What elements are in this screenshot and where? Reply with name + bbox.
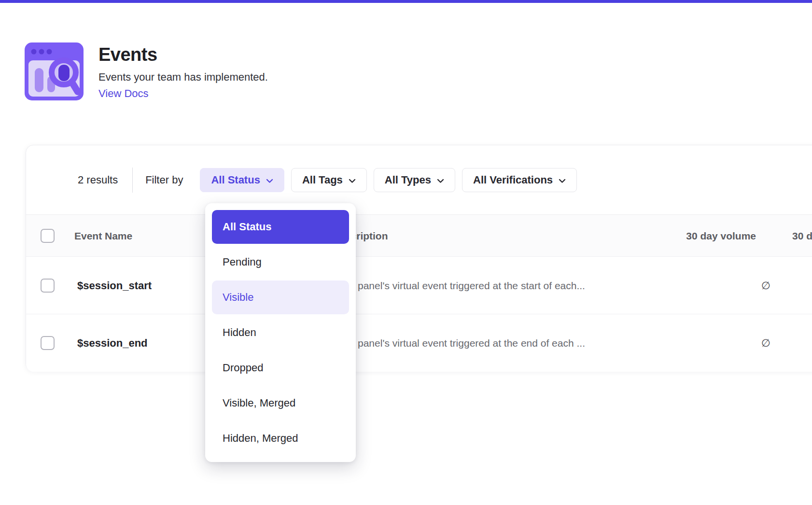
filter-label: All Verifications — [473, 174, 553, 186]
dropdown-item-hidden[interactable]: Hidden — [212, 316, 349, 350]
filter-bar: 2 results Filter by All Status All Tags — [26, 145, 812, 215]
filter-label: All Tags — [302, 174, 343, 186]
select-all-checkbox[interactable] — [41, 229, 55, 243]
row-checkbox[interactable] — [41, 336, 55, 350]
event-volume-cell: ∅ — [702, 314, 770, 372]
column-header-truncated[interactable]: 30 d — [792, 215, 812, 257]
dropdown-item-hidden-merged[interactable]: Hidden, Merged — [212, 421, 349, 455]
events-icon — [25, 42, 84, 100]
events-card: 2 results Filter by All Status All Tags — [26, 145, 812, 371]
event-name-cell[interactable]: $session_start — [77, 257, 152, 314]
dropdown-item-dropped[interactable]: Dropped — [212, 351, 349, 385]
filter-all-status[interactable]: All Status — [200, 168, 284, 192]
filter-all-tags[interactable]: All Tags — [291, 168, 367, 192]
events-page: Events Events your team has implemented.… — [0, 0, 812, 505]
page-subtitle: Events your team has implemented. — [98, 71, 268, 84]
column-header-30-day-volume[interactable]: 30 day volume — [659, 215, 756, 257]
top-accent-bar — [0, 0, 812, 3]
filter-label: All Status — [211, 174, 260, 186]
event-volume-cell: ∅ — [702, 257, 770, 314]
filter-chips: All Status All Tags All Types — [200, 168, 577, 192]
event-description-cell: panel's virtual event triggered at the s… — [358, 257, 585, 314]
filter-all-types[interactable]: All Types — [374, 168, 455, 192]
view-docs-link[interactable]: View Docs — [98, 87, 149, 100]
table-header-row: Event Name Description 30 day volume 30 … — [26, 215, 812, 257]
chevron-down-icon — [266, 174, 273, 186]
status-dropdown-menu: All Status Pending Visible Hidden Droppe… — [205, 203, 356, 462]
dropdown-item-all-status[interactable]: All Status — [212, 210, 349, 244]
filter-by-label: Filter by — [145, 174, 183, 186]
results-count: 2 results — [78, 174, 118, 186]
event-name-cell[interactable]: $session_end — [77, 314, 148, 372]
row-checkbox[interactable] — [41, 279, 55, 293]
chevron-down-icon — [559, 174, 566, 186]
filter-all-verifications[interactable]: All Verifications — [462, 168, 577, 192]
page-title: Events — [98, 44, 157, 65]
chevron-down-icon — [349, 174, 356, 186]
dropdown-item-pending[interactable]: Pending — [212, 245, 349, 279]
dropdown-item-visible-merged[interactable]: Visible, Merged — [212, 386, 349, 420]
chevron-down-icon — [437, 174, 444, 186]
divider — [132, 168, 133, 193]
event-description-cell: panel's virtual event triggered at the e… — [358, 314, 585, 372]
table-row[interactable]: $session_start panel's virtual event tri… — [26, 257, 812, 314]
column-header-event-name[interactable]: Event Name — [74, 215, 132, 257]
table-row[interactable]: $session_end panel's virtual event trigg… — [26, 314, 812, 372]
filter-label: All Types — [385, 174, 431, 186]
dropdown-item-visible[interactable]: Visible — [212, 281, 349, 314]
